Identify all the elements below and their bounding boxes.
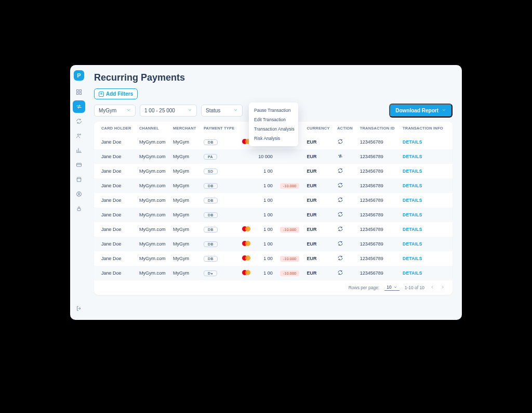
cell-txn-id: 123456789 — [357, 266, 400, 280]
cell-channel: MyGym.com — [136, 135, 170, 149]
cell-brand — [239, 237, 254, 251]
transactions-table: CARD HOLDER CHANNEL MERCHANT PAYMENT TYP… — [94, 122, 453, 295]
download-report-button[interactable]: Download Report — [389, 104, 453, 118]
table-row: Jane DoeMyGym.comMyGymDB1 00-10.000EUR12… — [94, 222, 453, 237]
add-filters-button[interactable]: + Add Filters — [94, 88, 138, 99]
cell-amount: 1 00 — [255, 193, 275, 208]
merchant-filter[interactable]: MyGym — [94, 105, 136, 117]
svg-point-8 — [78, 193, 80, 195]
cell-details[interactable]: DETAILS — [400, 193, 453, 208]
cell-txn-id: 123456789 — [357, 193, 400, 208]
cell-details[interactable]: DETAILS — [400, 222, 453, 237]
cell-action[interactable] — [334, 149, 357, 164]
cell-details[interactable]: DETAILS — [400, 164, 453, 178]
status-filter[interactable]: Status — [201, 105, 243, 117]
cell-brand — [239, 149, 254, 164]
cell-holder: Jane Doe — [94, 135, 136, 149]
dashboard-icon[interactable] — [73, 86, 85, 98]
svg-rect-3 — [79, 93, 82, 95]
cell-merchant: MyGym — [170, 193, 201, 208]
prev-page-button[interactable] — [430, 285, 435, 291]
svg-rect-6 — [77, 163, 82, 166]
next-page-button[interactable] — [440, 285, 445, 291]
refresh-icon[interactable] — [73, 115, 85, 127]
add-filters-label: Add Filters — [106, 91, 133, 97]
col-txn-id: TRANSACTION ID — [357, 122, 400, 135]
cell-action[interactable] — [334, 222, 357, 237]
table-row: Jane DoeMyGym.comMyGymDB1 00-10.000EUR12… — [94, 251, 453, 266]
action-icon — [337, 228, 343, 233]
cell-holder: Jane Doe — [94, 149, 136, 164]
dropdown-item-risk[interactable]: Risk Analysis — [249, 134, 298, 143]
page-title: Recurring Payments — [94, 72, 453, 83]
rows-per-page-select[interactable]: 10 — [384, 285, 399, 291]
cell-details[interactable]: DETAILS — [400, 251, 453, 266]
cell-neg: -10.000 — [275, 266, 304, 280]
cell-currency: EUR — [303, 208, 334, 222]
cell-action[interactable] — [334, 164, 357, 178]
dropdown-item-pause[interactable]: Pause Transaction — [249, 106, 298, 115]
cell-channel: MyGym.com — [136, 164, 170, 178]
action-icon — [337, 272, 343, 277]
cell-neg: -10.000 — [275, 251, 304, 266]
svg-rect-2 — [77, 93, 79, 95]
cell-txn-id: 123456789 — [357, 135, 400, 149]
cell-neg — [275, 237, 304, 251]
rows-per-page-label: Rows per page: — [349, 285, 380, 290]
card-icon[interactable] — [73, 159, 85, 171]
sidebar: P — [70, 65, 88, 320]
cell-action[interactable] — [334, 251, 357, 266]
cell-action[interactable] — [334, 208, 357, 222]
cell-merchant: MyGym — [170, 164, 201, 178]
action-icon — [337, 242, 343, 248]
account-icon[interactable] — [73, 188, 85, 200]
chevron-down-icon — [442, 108, 446, 113]
cell-amount: 1 00 — [255, 222, 275, 237]
cell-details[interactable]: DETAILS — [400, 135, 453, 149]
store-icon[interactable] — [73, 173, 85, 186]
cell-action[interactable] — [334, 135, 357, 149]
cell-details[interactable]: DETAILS — [400, 208, 453, 222]
cell-holder: Jane Doe — [94, 178, 136, 193]
range-filter-value: 1 00 - 25 000 — [144, 108, 175, 113]
cell-holder: Jane Doe — [94, 251, 136, 266]
dropdown-item-edit[interactable]: Edit Transaction — [249, 115, 298, 124]
transfers-icon[interactable] — [73, 100, 85, 113]
cell-ptype: DB — [201, 135, 240, 149]
table-row: Jane DoeMyGym.comMyGymPA10 000EUR1234567… — [94, 149, 453, 164]
cell-ptype: SD — [201, 164, 240, 178]
cell-ptype: DB — [201, 193, 240, 208]
lock-icon[interactable] — [73, 202, 85, 215]
cell-action[interactable] — [334, 193, 357, 208]
dropdown-item-analysis[interactable]: Transaction Analysis — [249, 124, 298, 134]
cell-details[interactable]: DETAILS — [400, 178, 453, 193]
cell-channel: MyGym.com — [136, 178, 170, 193]
cell-details[interactable]: DETAILS — [400, 237, 453, 251]
cell-brand — [239, 164, 254, 178]
range-filter[interactable]: 1 00 - 25 000 — [140, 105, 197, 117]
cell-neg: -10.000 — [275, 222, 304, 237]
users-icon[interactable] — [73, 130, 85, 142]
cell-txn-id: 123456789 — [357, 222, 400, 237]
col-payment-type: PAYMENT TYPE — [201, 122, 240, 135]
cell-channel: MyGym.com — [136, 193, 170, 208]
cell-currency: EUR — [303, 266, 334, 280]
cell-action[interactable] — [334, 178, 357, 193]
cell-neg: -10.000 — [275, 178, 304, 193]
cell-ptype: DB — [201, 178, 240, 193]
cell-neg — [275, 164, 304, 178]
analytics-icon[interactable] — [73, 144, 85, 157]
svg-rect-9 — [77, 209, 81, 211]
cell-holder: Jane Doe — [94, 208, 136, 222]
cell-action[interactable] — [334, 237, 357, 251]
cell-txn-id: 123456789 — [357, 164, 400, 178]
cell-details[interactable]: DETAILS — [400, 266, 453, 280]
mastercard-icon — [242, 270, 250, 275]
action-icon — [337, 257, 343, 262]
cell-action[interactable] — [334, 266, 357, 280]
logout-icon[interactable] — [73, 302, 85, 315]
action-icon — [337, 213, 343, 218]
cell-details[interactable]: DETAILS — [400, 149, 453, 164]
chevron-down-icon — [188, 108, 192, 113]
cell-amount: 1 00 — [255, 164, 275, 178]
